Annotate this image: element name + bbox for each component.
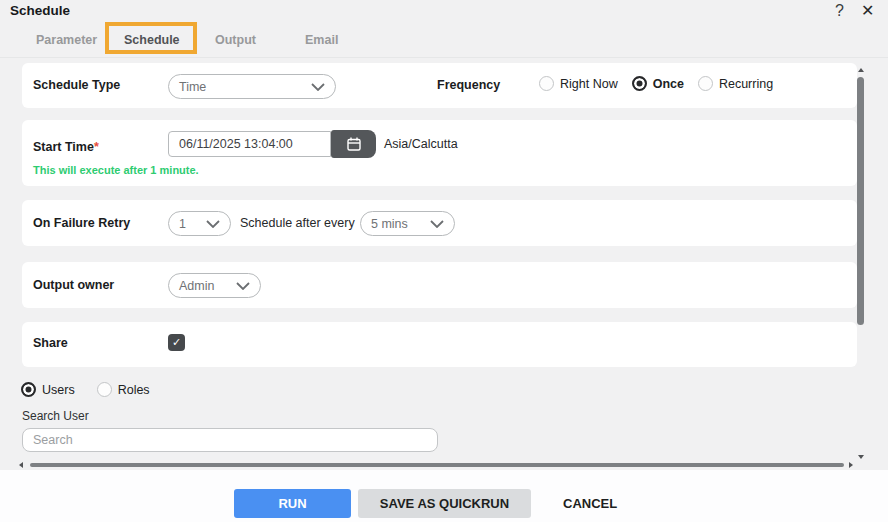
radio-once[interactable]: Once xyxy=(632,76,684,91)
radio-icon xyxy=(97,382,112,397)
chevron-down-icon xyxy=(206,220,220,228)
retry-count-select[interactable]: 1 xyxy=(168,211,231,236)
scroll-down-icon[interactable] xyxy=(858,455,864,459)
start-time-label: Start Time xyxy=(33,140,94,154)
share-card: Share ✓ xyxy=(22,322,857,367)
save-as-quickrun-button[interactable]: SAVE AS QUICKRUN xyxy=(358,489,531,518)
calendar-icon xyxy=(346,136,362,152)
chevron-down-icon xyxy=(311,83,325,91)
annotation-highlight xyxy=(105,22,197,54)
retry-count-value: 1 xyxy=(179,217,186,231)
run-button[interactable]: RUN xyxy=(234,489,351,518)
start-time-card: Start Time* Asia/Calcutta This will exec… xyxy=(22,120,857,186)
schedule-type-select[interactable]: Time xyxy=(168,74,336,99)
radio-roles-label: Roles xyxy=(118,383,150,397)
chevron-down-icon xyxy=(430,220,444,228)
radio-right-now[interactable]: Right Now xyxy=(539,76,618,91)
tab-email[interactable]: Email xyxy=(305,33,338,47)
radio-right-now-label: Right Now xyxy=(560,77,618,91)
scroll-left-icon[interactable] xyxy=(19,462,23,468)
scroll-right-icon[interactable] xyxy=(849,462,853,468)
footer-bar: RUN SAVE AS QUICKRUN CANCEL xyxy=(0,470,888,522)
chevron-down-icon xyxy=(236,282,250,290)
frequency-label: Frequency xyxy=(437,78,500,92)
close-icon[interactable]: ✕ xyxy=(861,1,874,20)
horizontal-scrollbar[interactable] xyxy=(30,463,844,467)
execution-note: This will execute after 1 minute. xyxy=(33,164,199,176)
output-owner-select[interactable]: Admin xyxy=(168,273,261,298)
search-user-input[interactable] xyxy=(22,428,438,452)
radio-users[interactable]: Users xyxy=(21,382,75,397)
share-target-radio-group: Users Roles xyxy=(21,382,150,397)
retry-interval-select[interactable]: 5 mins xyxy=(360,211,455,236)
schedule-type-value: Time xyxy=(179,80,206,94)
output-owner-value: Admin xyxy=(179,279,214,293)
retry-card: On Failure Retry 1 Schedule after every … xyxy=(22,200,857,246)
retry-interval-value: 5 mins xyxy=(371,217,408,231)
page-title: Schedule xyxy=(10,3,70,18)
share-checkbox[interactable]: ✓ xyxy=(168,334,185,351)
required-asterisk: * xyxy=(94,140,99,154)
share-label: Share xyxy=(33,336,68,350)
retry-label: On Failure Retry xyxy=(33,216,130,230)
radio-checked-icon xyxy=(632,76,647,91)
tab-output[interactable]: Output xyxy=(215,33,256,47)
output-owner-card: Output owner Admin xyxy=(22,262,857,308)
vertical-scrollbar[interactable] xyxy=(857,77,864,325)
radio-once-label: Once xyxy=(653,77,684,91)
tabbar-divider xyxy=(0,57,888,58)
timezone-label: Asia/Calcutta xyxy=(384,137,458,151)
schedule-type-label: Schedule Type xyxy=(33,78,120,92)
radio-icon xyxy=(539,76,554,91)
radio-roles[interactable]: Roles xyxy=(97,382,150,397)
radio-icon xyxy=(698,76,713,91)
help-icon[interactable]: ? xyxy=(835,2,844,20)
radio-users-label: Users xyxy=(42,383,75,397)
tab-parameter[interactable]: Parameter xyxy=(36,33,97,47)
cancel-button[interactable]: CANCEL xyxy=(563,489,643,518)
start-time-input[interactable] xyxy=(168,131,331,157)
frequency-radio-group: Right Now Once Recurring xyxy=(539,76,773,91)
schedule-type-card: Schedule Type Time Frequency Right Now O… xyxy=(22,63,857,108)
start-time-field-wrap xyxy=(168,131,331,157)
radio-recurring-label: Recurring xyxy=(719,77,773,91)
check-icon: ✓ xyxy=(172,336,181,349)
output-owner-label: Output owner xyxy=(33,278,114,292)
calendar-button[interactable] xyxy=(331,130,376,158)
radio-recurring[interactable]: Recurring xyxy=(698,76,773,91)
radio-checked-icon xyxy=(21,382,36,397)
start-time-label-row: Start Time* xyxy=(33,137,99,155)
scroll-up-icon[interactable] xyxy=(858,68,864,72)
retry-interval-text: Schedule after every xyxy=(240,216,355,230)
search-user-label: Search User xyxy=(22,409,89,423)
